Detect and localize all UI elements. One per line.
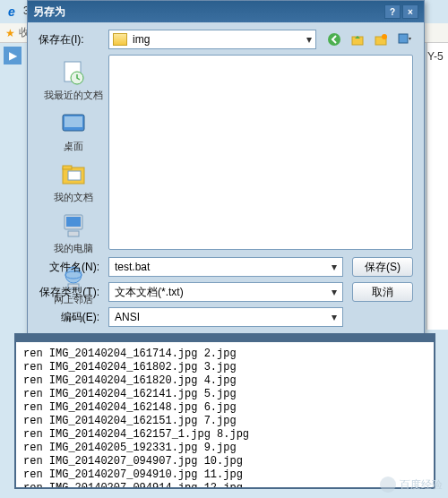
chevron-down-icon[interactable]: ▾	[332, 261, 337, 273]
sidebar-my-computer[interactable]: 我的电脑	[52, 210, 95, 257]
desktop-icon	[59, 109, 88, 138]
encoding-label: 编码(E):	[39, 310, 108, 325]
svg-rect-4	[399, 34, 408, 43]
right-panel-fragment: Y-5 一实 呆存	[426, 43, 448, 330]
encoding-select[interactable]: ANSI ▾	[108, 307, 343, 327]
dialog-title: 另存为	[33, 4, 383, 20]
star-icon: ★	[5, 27, 15, 39]
sidebar-desktop[interactable]: 桌面	[57, 107, 90, 155]
svg-point-0	[328, 33, 340, 46]
location-label: 保存在(I):	[39, 32, 108, 47]
sidebar-recent-documents[interactable]: 我最近的文档	[42, 56, 105, 104]
ie-icon: e	[4, 4, 20, 20]
filetype-label: 保存类型(T):	[39, 285, 108, 300]
my-computer-icon	[59, 211, 88, 240]
location-combo[interactable]: img ▾	[108, 30, 316, 49]
svg-point-3	[382, 34, 387, 39]
my-documents-icon	[59, 160, 88, 189]
folder-icon	[113, 33, 127, 46]
baidu-paw-icon	[380, 477, 396, 493]
svg-rect-13	[66, 217, 81, 227]
file-list-pane[interactable]	[108, 55, 413, 250]
location-value: img	[133, 33, 150, 46]
sidebar-my-documents[interactable]: 我的文档	[52, 159, 95, 206]
filename-input[interactable]: test.bat ▾	[108, 257, 343, 277]
cancel-button[interactable]: 取消	[352, 282, 413, 302]
filename-label: 文件名(N):	[39, 260, 108, 275]
new-folder-icon[interactable]	[372, 30, 390, 48]
dialog-titlebar[interactable]: 另存为 ? ×	[28, 1, 424, 22]
nav-arrow-button[interactable]: ▶	[4, 47, 22, 64]
watermark: 百度经验	[380, 477, 443, 493]
chevron-down-icon[interactable]: ▾	[332, 311, 337, 323]
text-editor-content[interactable]: ren IMG_20140204_161714.jpg 2.jpg ren IM…	[16, 342, 434, 489]
save-as-dialog: 另存为 ? × 保存在(I): img ▾ 我最近的文档	[27, 0, 425, 344]
svg-rect-10	[63, 166, 72, 169]
close-button[interactable]: ×	[402, 4, 418, 19]
save-button[interactable]: 保存(S)	[352, 257, 413, 277]
back-icon[interactable]	[325, 30, 343, 48]
recent-docs-icon	[59, 58, 88, 87]
chevron-down-icon[interactable]: ▾	[306, 33, 312, 46]
filetype-select[interactable]: 文本文档(*.txt) ▾	[108, 282, 343, 302]
places-sidebar: 我最近的文档 桌面 我的文档 我的电脑 网上邻居	[39, 55, 108, 250]
svg-rect-14	[68, 231, 79, 236]
text-editor-window: ren IMG_20140204_161714.jpg 2.jpg ren IM…	[14, 333, 435, 489]
view-menu-icon[interactable]	[395, 30, 413, 48]
chevron-down-icon[interactable]: ▾	[332, 286, 337, 298]
help-button[interactable]: ?	[384, 4, 401, 19]
up-folder-icon[interactable]	[349, 30, 366, 48]
svg-rect-11	[68, 171, 81, 180]
svg-rect-8	[65, 116, 82, 127]
